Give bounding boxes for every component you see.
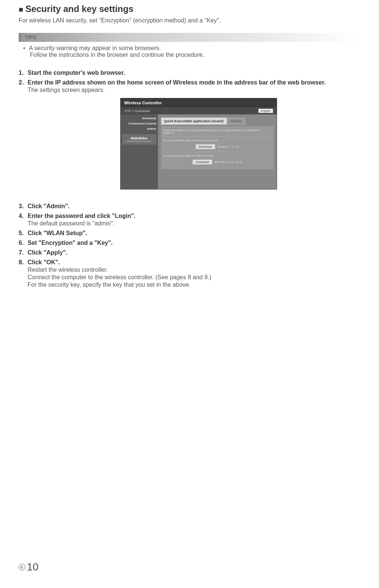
screenshot-breadcrumb-row: TOP > Download English bbox=[121, 107, 277, 114]
step-3: 3. Click "Admin". bbox=[19, 203, 360, 210]
step-number: 2. bbox=[19, 79, 28, 200]
panel-description: Single executable file for basic mirrori… bbox=[163, 129, 271, 134]
tips-header: TIPS bbox=[19, 33, 360, 42]
step-2: 2. Enter the IP address shown on the hom… bbox=[19, 79, 360, 200]
download-windows-button[interactable]: Download bbox=[195, 144, 215, 150]
step-number: 5. bbox=[19, 230, 28, 237]
step-subtext: The settings screen appears. bbox=[28, 87, 360, 93]
divider bbox=[163, 152, 271, 152]
step-text: Start the computer's web browser. bbox=[28, 70, 360, 76]
step-number: 1. bbox=[19, 70, 28, 76]
sidebar-item-conference[interactable]: Conference Control bbox=[122, 122, 156, 125]
step-subtext-2: Connect the computer to the wireless con… bbox=[28, 274, 360, 281]
page-footer: E 10 bbox=[19, 561, 38, 573]
edition-e-icon: E bbox=[19, 564, 25, 570]
bullet-dot-icon: • bbox=[23, 45, 25, 52]
step-text: Enter the password and click "Login". bbox=[28, 213, 360, 219]
step-number: 7. bbox=[19, 249, 28, 256]
step-1: 1. Start the computer's web browser. bbox=[19, 70, 360, 76]
step-number: 3. bbox=[19, 203, 28, 210]
section-title: ■Security and key settings bbox=[19, 4, 360, 14]
step-4: 4. Enter the password and click "Login".… bbox=[19, 213, 360, 227]
mac-os-label: MAC OS X 10.9 / 10.10 bbox=[215, 161, 242, 163]
step-number: 8. bbox=[19, 259, 28, 288]
sidebar-item-admin[interactable]: Admin bbox=[122, 127, 156, 130]
screenshot-panel: Single executable file for basic mirrori… bbox=[161, 126, 274, 169]
steps-list: 1. Start the computer's web browser. 2. … bbox=[19, 70, 360, 288]
step-number: 4. bbox=[19, 213, 28, 227]
step-text: Click "OK". bbox=[28, 259, 360, 266]
step-7: 7. Click "Apply". bbox=[19, 249, 360, 256]
screenshot-main: Quick Executable application (Guest) Ins… bbox=[158, 114, 277, 189]
screenshot-tabs: Quick Executable application (Guest) Ins… bbox=[161, 117, 274, 125]
windows-text: You can download Utility for Windows fro… bbox=[163, 139, 271, 142]
title-text: Security and key settings bbox=[25, 4, 133, 14]
webslides-sublabel: (Free Projecting System) bbox=[124, 140, 155, 142]
step-subtext-3: For the security key, specify the key th… bbox=[28, 281, 360, 288]
windows-os-label: Windows 7 / 8 / 10 bbox=[217, 145, 239, 148]
download-mac-button[interactable]: Download bbox=[192, 159, 212, 165]
step-6: 6. Set "Encryption" and a "Key". bbox=[19, 240, 360, 246]
square-bullet-icon: ■ bbox=[19, 5, 23, 13]
step-text: Click "WLAN Setup". bbox=[28, 230, 360, 237]
screenshot-titlebar: Wireless Controller bbox=[121, 98, 277, 107]
step-subtext: The default password is "admin". bbox=[28, 220, 360, 227]
language-selector[interactable]: English bbox=[258, 109, 273, 113]
screenshot-sidebar: Download Conference Control Admin WebSli… bbox=[121, 114, 158, 189]
tab-installer[interactable]: Installer bbox=[227, 117, 246, 125]
step-5: 5. Click "WLAN Setup". bbox=[19, 230, 360, 237]
tips-box: TIPS • A security warning may appear in … bbox=[19, 33, 360, 58]
settings-screenshot: Wireless Controller TOP > Download Engli… bbox=[37, 98, 360, 190]
divider bbox=[163, 136, 271, 137]
step-text: Enter the IP address shown on the home s… bbox=[28, 79, 360, 86]
tips-content: • A security warning may appear in some … bbox=[19, 42, 360, 58]
tips-line1: A security warning may appear in some br… bbox=[29, 45, 161, 52]
step-text: Click "Apply". bbox=[28, 249, 360, 256]
intro-text: For wireless LAN security, set "Encrypti… bbox=[19, 17, 360, 24]
mac-text: You can download Utility for MAC from he… bbox=[163, 154, 271, 157]
tab-quick-executable[interactable]: Quick Executable application (Guest) bbox=[161, 117, 227, 125]
breadcrumb: TOP > Download bbox=[124, 109, 150, 113]
step-text: Click "Admin". bbox=[28, 203, 360, 210]
tips-line2: Follow the instructions in the browser a… bbox=[30, 52, 360, 58]
step-subtext-1: Restart the wireless controller. bbox=[28, 267, 360, 273]
webslides-label: WebSlides bbox=[124, 136, 155, 140]
step-8: 8. Click "OK". Restart the wireless cont… bbox=[19, 259, 360, 288]
page-number: 10 bbox=[27, 561, 38, 573]
sidebar-webslides[interactable]: WebSlides (Free Projecting System) bbox=[122, 134, 156, 145]
step-number: 6. bbox=[19, 240, 28, 246]
sidebar-item-download[interactable]: Download bbox=[122, 117, 156, 120]
step-text: Set "Encryption" and a "Key". bbox=[28, 240, 360, 246]
